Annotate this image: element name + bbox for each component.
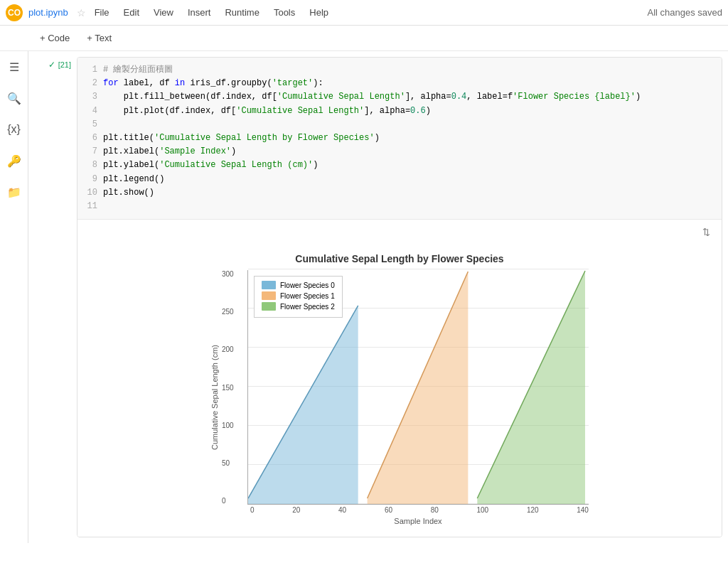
menu-file[interactable]: File <box>89 4 115 21</box>
menu-tools[interactable]: Tools <box>268 4 301 21</box>
colab-logo: CO <box>6 4 23 21</box>
legend-label-1: Flower Species 1 <box>280 292 335 300</box>
y-axis-label: Cumulative Sepal Length (cm) <box>210 270 219 525</box>
legend-item-2: Flower Species 2 <box>262 302 335 311</box>
content-area: ✓ [21] 1 # 繪製分組面積圖 2 for label, df in ir… <box>28 51 728 543</box>
star-icon[interactable]: ☆ <box>77 7 86 18</box>
add-text-button[interactable]: + Text <box>81 30 117 46</box>
cell-gutter: ✓ [21] <box>34 57 77 70</box>
execution-count: [21] <box>58 60 71 69</box>
chart-title: Cumulative Sepal Length by Flower Specie… <box>295 253 503 264</box>
code-line-4: 4 plt.plot(df.index, df['Cumulative Sepa… <box>86 104 713 118</box>
code-line-7: 7 plt.xlabel('Sample Index') <box>86 145 713 159</box>
chart-plot-area: Flower Species 0 Flower Species 1 <box>247 270 589 505</box>
menu-runtime[interactable]: Runtime <box>219 4 264 21</box>
code-line-2: 2 for label, df in iris_df.groupby('targ… <box>86 77 713 90</box>
output-toolbar: ⇅ <box>86 225 713 239</box>
code-line-10: 10 plt.show() <box>86 186 713 200</box>
code-cell[interactable]: 1 # 繪製分組面積圖 2 for label, df in iris_df.g… <box>77 57 722 537</box>
chart-inner: Cumulative Sepal Length (cm) 0 50 100 15… <box>210 270 589 525</box>
code-block: 1 # 繪製分組面積圖 2 for label, df in iris_df.g… <box>77 58 722 219</box>
menu-insert[interactable]: Insert <box>182 4 217 21</box>
x-axis-title: Sample Index <box>247 517 589 525</box>
code-line-6: 6 plt.title('Cumulative Sepal Length by … <box>86 132 713 145</box>
x-axis-labels: 0 20 40 60 80 100 120 140 <box>247 506 589 514</box>
y-ticks: 0 50 100 150 200 250 300 <box>222 270 234 505</box>
menu-bar: CO plot.ipynb ☆ File Edit View Insert Ru… <box>0 0 728 26</box>
sidebar-files-icon[interactable]: 📁 <box>4 182 24 202</box>
sidebar-secrets-icon[interactable]: 🔑 <box>4 151 24 171</box>
code-line-5: 5 <box>86 118 713 132</box>
legend-label-0: Flower Species 0 <box>280 282 335 289</box>
menu-edit[interactable]: Edit <box>118 4 145 21</box>
output-area: ⇅ Cumulative Sepal Length by Flower Spec… <box>77 219 722 537</box>
legend-color-0 <box>262 281 276 289</box>
cell-wrapper: ✓ [21] 1 # 繪製分組面積圖 2 for label, df in ir… <box>28 57 728 537</box>
code-line-1: 1 # 繪製分組面積圖 <box>86 63 713 77</box>
grid-line-300 <box>248 269 589 269</box>
code-line-8: 8 plt.ylabel('Cumulative Sepal Length (c… <box>86 159 713 172</box>
legend-item-0: Flower Species 0 <box>262 281 335 289</box>
save-status: All changes saved <box>647 7 722 18</box>
legend-color-1 <box>262 291 276 300</box>
sidebar: ☰ 🔍 {x} 🔑 📁 <box>0 51 28 543</box>
sidebar-search-icon[interactable]: 🔍 <box>4 88 24 108</box>
chart-body: 0 50 100 150 200 250 300 <box>247 270 589 525</box>
toolbar: + Code + Text <box>0 26 728 51</box>
output-options-icon[interactable]: ⇅ <box>700 225 713 239</box>
chart-container: Cumulative Sepal Length by Flower Specie… <box>86 242 713 531</box>
add-code-button[interactable]: + Code <box>34 30 75 46</box>
menu-help[interactable]: Help <box>304 4 334 21</box>
run-indicator: ✓ [21] <box>48 60 71 70</box>
chart-legend: Flower Species 0 Flower Species 1 <box>254 276 343 318</box>
sidebar-menu-icon[interactable]: ☰ <box>4 57 24 77</box>
sidebar-variables-icon[interactable]: {x} <box>4 119 24 139</box>
legend-item-1: Flower Species 1 <box>262 291 335 300</box>
main-layout: ☰ 🔍 {x} 🔑 📁 ✓ [21] 1 # 繪製分組面積圖 <box>0 51 728 543</box>
menu-view[interactable]: View <box>148 4 179 21</box>
code-line-9: 9 plt.legend() <box>86 173 713 186</box>
legend-label-2: Flower Species 2 <box>280 303 335 311</box>
file-name[interactable]: plot.ipynb <box>28 7 68 18</box>
code-line-11: 11 <box>86 200 713 213</box>
code-line-3: 3 plt.fill_between(df.index, df['Cumulat… <box>86 90 713 104</box>
legend-color-2 <box>262 302 276 311</box>
